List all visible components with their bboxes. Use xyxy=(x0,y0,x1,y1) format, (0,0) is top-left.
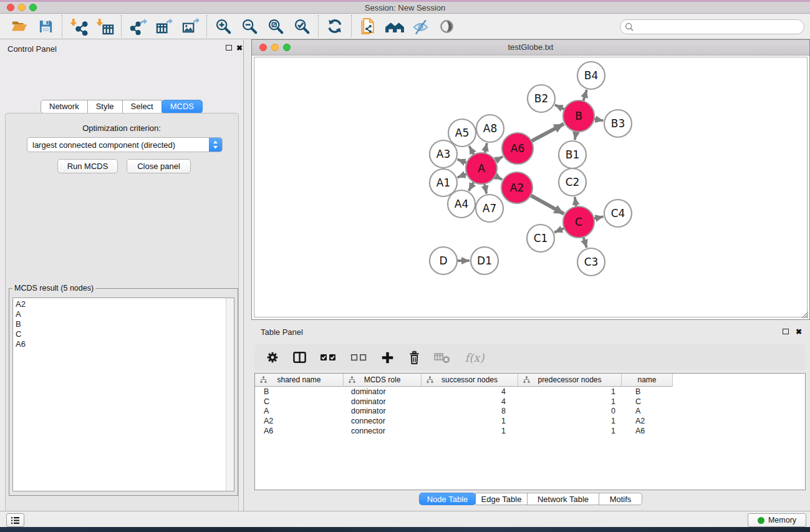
cell-successor-nodes[interactable]: 1 xyxy=(422,427,518,435)
open-session-button[interactable] xyxy=(6,14,32,38)
graph-edge-a-a1[interactable] xyxy=(457,174,466,178)
tab-select[interactable]: Select xyxy=(122,100,162,114)
graph-node-a2[interactable]: A2 xyxy=(501,172,533,203)
cell-mcds-role[interactable]: dominator xyxy=(344,397,422,406)
table-row-b[interactable]: Bdominator41B xyxy=(255,387,805,397)
graph-edge-b-b3[interactable] xyxy=(594,119,604,121)
export-network-button[interactable] xyxy=(125,14,151,38)
table-row-a2[interactable]: A2connector11A2 xyxy=(255,416,805,426)
graph-edge-a-a4[interactable] xyxy=(469,182,474,191)
show-graphics-details-button[interactable] xyxy=(433,14,460,38)
result-item-a[interactable]: A xyxy=(16,309,234,319)
import-table-button[interactable] xyxy=(92,14,118,38)
float-panel-icon[interactable] xyxy=(226,45,232,51)
zoom-in-button[interactable] xyxy=(210,14,236,38)
cell-mcds-role[interactable]: connector xyxy=(344,417,422,425)
deselect-all-button[interactable] xyxy=(349,349,369,366)
tab-mcds[interactable]: MCDS xyxy=(162,100,203,114)
graph-node-c1[interactable]: C1 xyxy=(527,225,554,252)
cell-mcds-role[interactable]: connector xyxy=(344,427,422,435)
cell-name[interactable]: B xyxy=(622,387,673,396)
table-settings-button[interactable] xyxy=(264,349,281,366)
cell-predecessor-nodes[interactable]: 1 xyxy=(518,417,622,425)
graph-node-a5[interactable]: A5 xyxy=(448,119,476,147)
hide-graphics-details-button[interactable] xyxy=(407,14,433,38)
graph-node-a3[interactable]: A3 xyxy=(430,140,457,168)
network-canvas[interactable]: B4B2BB3A5A8A6B1A3AA1C2A2A4A7C4CC1C3DD1 xyxy=(254,57,808,317)
delete-column-button[interactable] xyxy=(406,349,422,366)
search-input[interactable] xyxy=(637,22,804,32)
graph-node-c[interactable]: C xyxy=(563,206,594,238)
column-header-successor-nodes[interactable]: successor nodes xyxy=(422,374,518,387)
table-float-icon[interactable] xyxy=(783,329,789,334)
import-network-button[interactable] xyxy=(65,14,92,38)
network-canvas-svg[interactable]: B4B2BB3A5A8A6B1A3AA1C2A2A4A7C4CC1C3DD1 xyxy=(254,57,808,319)
graph-edge-a-a8[interactable] xyxy=(485,143,487,153)
cell-name[interactable]: A6 xyxy=(622,427,673,435)
tab-edge-table[interactable]: Edge Table xyxy=(475,493,528,505)
cell-predecessor-nodes[interactable]: 0 xyxy=(518,407,622,415)
graph-edge-c-c1[interactable] xyxy=(554,228,564,233)
criterion-dropdown[interactable]: largest connected component (directed) xyxy=(27,137,223,152)
graph-edge-c-c3[interactable] xyxy=(583,237,586,248)
graph-node-d[interactable]: D xyxy=(430,247,457,274)
cell-shared-name[interactable]: B xyxy=(255,387,344,396)
cell-shared-name[interactable]: A2 xyxy=(255,417,344,425)
delete-table-button[interactable] xyxy=(433,349,451,366)
function-builder-button[interactable]: f(x) xyxy=(462,349,487,366)
column-header-predecessor-nodes[interactable]: predecessor nodes xyxy=(518,374,622,387)
network-window-titlebar[interactable]: testGlobe.txt xyxy=(252,40,809,56)
table-row-a6[interactable]: A6connector11A6 xyxy=(255,426,805,436)
graph-node-b1[interactable]: B1 xyxy=(559,141,586,168)
graph-node-d1[interactable]: D1 xyxy=(471,247,498,274)
graph-node-c3[interactable]: C3 xyxy=(577,248,605,276)
column-header-name[interactable]: name xyxy=(622,374,673,387)
cell-shared-name[interactable]: A6 xyxy=(255,427,344,435)
column-header-mcds-role[interactable]: MCDS role xyxy=(344,374,422,387)
cell-predecessor-nodes[interactable]: 1 xyxy=(518,387,622,396)
tab-network[interactable]: Network xyxy=(41,100,88,114)
show-panels-button[interactable] xyxy=(6,513,24,527)
graph-edge-a-a5[interactable] xyxy=(469,146,474,155)
graph-edge-a-a2[interactable] xyxy=(495,176,502,180)
graph-node-a6[interactable]: A6 xyxy=(502,133,533,164)
table-row-c[interactable]: Cdominator41C xyxy=(255,397,805,407)
graph-edge-c-c2[interactable] xyxy=(575,197,576,207)
graph-node-c4[interactable]: C4 xyxy=(604,200,632,227)
graph-edge-a2-c[interactable] xyxy=(531,195,564,214)
cell-shared-name[interactable]: A xyxy=(255,407,344,415)
result-item-b[interactable]: B xyxy=(16,319,234,329)
graph-edge-a-a7[interactable] xyxy=(485,183,486,193)
graph-node-c2[interactable]: C2 xyxy=(559,168,586,196)
graph-node-b4[interactable]: B4 xyxy=(577,62,605,89)
cell-successor-nodes[interactable]: 8 xyxy=(422,407,518,415)
graph-edge-b-b2[interactable] xyxy=(555,105,565,109)
graph-node-a4[interactable]: A4 xyxy=(448,190,475,218)
graph-node-b2[interactable]: B2 xyxy=(528,85,555,112)
result-item-a2[interactable]: A2 xyxy=(16,299,234,309)
select-all-button[interactable] xyxy=(318,349,338,366)
cell-name[interactable]: A2 xyxy=(622,417,673,425)
graph-node-b[interactable]: B xyxy=(563,100,594,132)
cell-predecessor-nodes[interactable]: 1 xyxy=(518,427,622,435)
cell-successor-nodes[interactable]: 4 xyxy=(422,397,518,406)
cell-name[interactable]: C xyxy=(622,397,673,406)
cell-successor-nodes[interactable]: 1 xyxy=(422,417,518,425)
resize-grip-icon[interactable] xyxy=(800,310,809,319)
tab-style[interactable]: Style xyxy=(87,100,123,114)
cell-predecessor-nodes[interactable]: 1 xyxy=(518,397,622,406)
result-item-c[interactable]: C xyxy=(16,329,234,339)
graph-node-a7[interactable]: A7 xyxy=(476,195,503,222)
export-table-button[interactable] xyxy=(151,14,177,38)
graph-edge-a6-b[interactable] xyxy=(531,124,564,142)
table-close-icon[interactable]: ✖ xyxy=(796,328,802,336)
run-mcds-button[interactable]: Run MCDS xyxy=(57,159,118,173)
graph-edge-a-a6[interactable] xyxy=(495,157,503,161)
close-panel-button[interactable]: Close panel xyxy=(127,159,191,173)
split-view-button[interactable] xyxy=(291,349,307,366)
zoom-out-button[interactable] xyxy=(236,14,263,38)
cell-shared-name[interactable]: C xyxy=(255,397,344,406)
column-header-shared-name[interactable]: shared name xyxy=(255,374,344,387)
result-item-a6[interactable]: A6 xyxy=(16,339,234,349)
graph-edge-b-b4[interactable] xyxy=(583,90,587,101)
